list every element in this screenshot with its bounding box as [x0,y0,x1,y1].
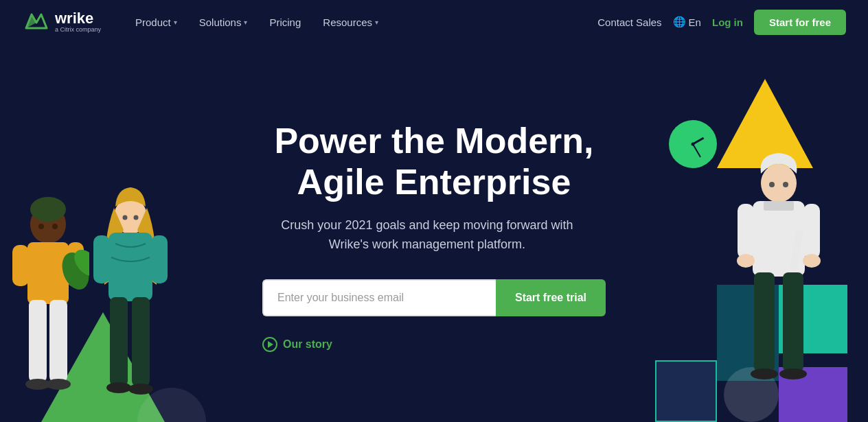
svg-point-36 [769,182,775,187]
image-shape [655,360,717,422]
hero-title: Power the Modern, Agile Enterprise [262,121,606,203]
purple-rectangle [779,367,847,422]
svg-marker-1 [26,14,36,28]
svg-point-31 [803,254,821,268]
play-icon [262,337,277,352]
svg-point-30 [737,254,755,268]
hero-section: Power the Modern, Agile Enterprise Crush… [0,44,868,422]
hero-content: Power the Modern, Agile Enterprise Crush… [262,121,606,352]
svg-point-24 [134,215,139,220]
chevron-down-icon: ▾ [375,19,378,26]
svg-rect-8 [49,300,67,382]
person-left-1 [7,189,89,408]
chevron-down-icon: ▾ [174,19,177,26]
svg-rect-27 [764,201,794,211]
clock-minute-hand [692,144,701,158]
svg-rect-38 [790,230,803,272]
clock-center [692,143,695,146]
svg-rect-18 [151,235,168,283]
white-circle [724,367,779,422]
svg-point-10 [46,379,71,390]
svg-point-11 [38,224,44,229]
left-illustration [0,44,213,422]
hero-subtitle: Crush your 2021 goals and keep moving fo… [262,215,592,255]
yellow-triangle [717,79,813,168]
play-triangle [268,341,273,348]
language-selector[interactable]: 🌐 En [673,16,701,28]
contact-sales-link[interactable]: Contact Sales [597,16,661,28]
svg-point-23 [123,215,128,220]
white-half-circle [137,388,206,422]
svg-rect-20 [132,297,150,386]
svg-point-37 [783,182,788,187]
start-free-button[interactable]: Start for free [754,10,846,35]
svg-rect-29 [803,204,820,259]
right-illustration [676,44,868,422]
svg-rect-26 [753,201,805,277]
chevron-down-icon: ▾ [244,19,247,26]
svg-rect-33 [783,272,803,372]
logo-tagline: a Citrix company [55,26,101,34]
svg-point-25 [761,164,797,202]
our-story-link[interactable]: Our story [262,337,606,352]
svg-point-22 [128,384,153,395]
svg-point-14 [69,245,89,281]
nav-links: Product ▾ Solutions ▾ Pricing Resources … [126,11,597,34]
globe-icon: 🌐 [673,16,686,28]
svg-rect-4 [27,242,69,304]
svg-rect-19 [110,297,128,386]
clock-shape [669,120,717,168]
person-left-2 [89,182,172,415]
nav-right: Contact Sales 🌐 En Log in Start for free [597,10,846,35]
svg-rect-6 [67,242,84,287]
logo-name: wrike [55,11,101,26]
nav-solutions[interactable]: Solutions ▾ [190,11,258,34]
start-trial-button[interactable]: Start free trial [496,279,606,316]
signup-form: Start free trial [262,279,606,316]
svg-rect-17 [93,235,110,283]
nav-product[interactable]: Product ▾ [126,11,187,34]
login-link[interactable]: Log in [712,16,743,28]
svg-rect-16 [108,233,152,301]
svg-point-13 [58,249,89,294]
svg-point-12 [52,224,58,229]
svg-point-3 [30,197,66,222]
svg-point-34 [751,368,778,379]
green-triangle [41,312,165,422]
svg-rect-5 [12,245,29,286]
person-right [731,148,827,395]
clock-hour-hand [692,137,704,145]
svg-point-2 [30,205,66,244]
email-input[interactable] [262,279,496,316]
svg-point-21 [106,382,131,393]
logo-icon [22,8,51,36]
nav-pricing[interactable]: Pricing [260,11,310,34]
dark-rectangle [717,285,779,381]
teal-rectangle [779,285,847,353]
svg-rect-7 [29,300,47,382]
nav-resources[interactable]: Resources ▾ [313,11,388,34]
svg-rect-32 [754,272,775,372]
svg-point-35 [779,368,807,379]
svg-point-9 [25,379,50,390]
svg-rect-28 [738,204,754,259]
logo[interactable]: wrike a Citrix company [22,8,101,36]
navbar: wrike a Citrix company Product ▾ Solutio… [0,0,868,44]
svg-point-15 [114,198,147,234]
